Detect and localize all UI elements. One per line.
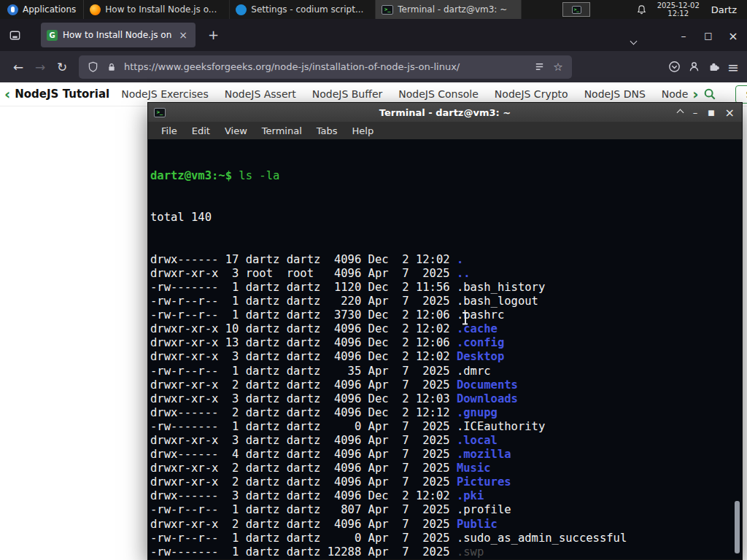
directory-name: Music	[457, 462, 491, 475]
terminal-listing-row: drwxr-xr-x 3 dartz dartz 4096 Dec 2 12:0…	[150, 350, 742, 364]
gfg-nav-link[interactable]: NodeJS Assert	[225, 88, 296, 100]
gfg-brand-link[interactable]: NodeJS Tutorial	[15, 88, 109, 101]
forward-button[interactable]: →	[29, 56, 51, 78]
new-tab-button[interactable]: +	[203, 28, 224, 42]
terminal-listing-row: -rw-r--r-- 1 dartz dartz 807 Apr 7 2025 …	[150, 503, 742, 517]
url-bar[interactable]: https://www.geeksforgeeks.org/node-js/in…	[79, 55, 572, 79]
directory-name: Documents	[457, 378, 518, 392]
terminal-icon: >_	[382, 5, 393, 15]
terminal-listing-row: drwxr-xr-x 2 dartz dartz 4096 Apr 7 2025…	[150, 518, 742, 532]
terminal-listing-row: -rw------- 1 dartz dartz 0 Apr 7 2025 .I…	[150, 420, 742, 434]
menu-help[interactable]: Help	[345, 124, 382, 138]
terminal-maximize-button[interactable]: ■	[708, 109, 714, 117]
gfg-nav-link[interactable]: Node	[662, 88, 689, 100]
directory-name: .local	[457, 434, 498, 447]
file-name: .profile	[457, 503, 511, 516]
browser-tab[interactable]: G How to Install Node.js on ×	[41, 23, 196, 47]
account-icon[interactable]	[687, 61, 700, 74]
firefox-view-icon[interactable]	[9, 29, 21, 42]
lock-icon[interactable]	[105, 61, 118, 74]
file-attributes: drwxr-xr-x 10 dartz dartz 4096 Dec 2 12:…	[150, 322, 457, 335]
browser-restore-button[interactable]: □	[697, 27, 719, 44]
terminal-close-button[interactable]: ×	[725, 106, 735, 120]
file-attributes: -rw------- 1 dartz dartz 0 Apr 7 2025	[150, 420, 457, 433]
sign-in-button[interactable]: Sign In	[735, 85, 747, 104]
notifications-bell-icon[interactable]	[636, 4, 647, 15]
taskbar-button-vscodium[interactable]: Settings - codium script...	[230, 0, 376, 19]
menu-terminal[interactable]: Terminal	[255, 124, 309, 138]
terminal-listing-row: drwx------ 2 dartz dartz 4096 Dec 2 12:1…	[150, 406, 742, 420]
file-attributes: drwx------ 17 dartz dartz 4096 Dec 2 12:…	[150, 253, 457, 266]
clock-date: 2025-12-02	[657, 1, 700, 9]
file-attributes: drwxr-xr-x 3 root root 4096 Apr 7 2025	[150, 267, 457, 280]
directory-name: Desktop	[457, 350, 504, 363]
file-attributes: drwxr-xr-x 3 dartz dartz 4096 Dec 2 12:0…	[150, 392, 457, 405]
terminal-minimize-button[interactable]: –	[693, 107, 698, 118]
file-attributes: drwxr-xr-x 2 dartz dartz 4096 Apr 7 2025	[150, 378, 457, 392]
taskbar-title: Terminal - dartz@vm3: ~	[398, 4, 507, 15]
reader-view-icon[interactable]	[533, 61, 546, 74]
terminal-scrollbar-thumb[interactable]	[735, 501, 740, 553]
directory-name: Public	[457, 518, 498, 531]
workspace-switcher[interactable]: >_	[562, 2, 590, 17]
directory-name: .	[457, 253, 463, 266]
terminal-listing-row: -rw------- 1 dartz dartz 12288 Apr 7 202…	[150, 545, 742, 559]
panel-clock[interactable]: 2025-12-02 12:12	[657, 1, 700, 18]
terminal-listing-row: drwxr-xr-x 3 dartz dartz 4096 Apr 7 2025…	[150, 434, 742, 448]
search-icon[interactable]	[703, 88, 716, 101]
taskbar-button-firefox[interactable]: How to Install Node.js o...	[84, 0, 230, 19]
terminal-total-line: total 140	[150, 211, 742, 225]
browser-toolbar: ← → ↻ https://www.geeksforgeeks.org/node…	[0, 51, 747, 82]
file-attributes: drwxr-xr-x 3 dartz dartz 4096 Apr 7 2025	[150, 434, 457, 447]
gfg-nav-link[interactable]: NodeJS Exercises	[121, 88, 209, 100]
file-attributes: -rw-r--r-- 1 dartz dartz 35 Apr 7 2025	[150, 365, 457, 378]
terminal-output[interactable]: dartz@vm3:~$ ls -la total 140 drwx------…	[148, 139, 742, 559]
nav-scroll-left-icon[interactable]: ‹	[0, 87, 15, 101]
terminal-shade-icon[interactable]	[678, 110, 683, 115]
tracking-shield-icon[interactable]	[86, 61, 99, 74]
gfg-nav-link[interactable]: NodeJS Crypto	[495, 88, 568, 100]
user-menu[interactable]: Dartz	[711, 4, 737, 15]
file-name: .dmrc	[457, 365, 491, 378]
pocket-icon[interactable]	[667, 61, 681, 74]
gfg-nav-link[interactable]: NodeJS DNS	[584, 88, 646, 100]
file-attributes: drwxr-xr-x 2 dartz dartz 4096 Apr 7 2025	[150, 462, 457, 475]
browser-minimize-button[interactable]: –	[673, 27, 694, 44]
file-name: .bash_history	[457, 281, 545, 294]
terminal-title-bar[interactable]: >_ Terminal - dartz@vm3: ~ – ■ ×	[148, 103, 742, 122]
applications-menu-button[interactable]: Applications	[0, 0, 83, 19]
file-attributes: -rw------- 1 dartz dartz 12288 Apr 7 202…	[150, 545, 457, 559]
taskbar-button-terminal[interactable]: >_ Terminal - dartz@vm3: ~	[376, 0, 522, 19]
directory-name: .gnupg	[457, 406, 498, 419]
gfg-nav-link[interactable]: NodeJS Console	[398, 88, 479, 100]
back-button[interactable]: ←	[7, 56, 29, 78]
directory-name: Downloads	[457, 392, 518, 405]
file-attributes: -rw-r--r-- 1 dartz dartz 3730 Dec 2 12:0…	[150, 308, 457, 322]
terminal-listing-row: drwxr-xr-x 3 root root 4096 Apr 7 2025 .…	[150, 267, 742, 281]
directory-name: .pki	[457, 489, 484, 502]
bookmark-star-icon[interactable]: ☆	[551, 61, 565, 74]
file-attributes: drwxr-xr-x 2 dartz dartz 4096 Apr 7 2025	[150, 518, 457, 531]
applications-icon	[7, 4, 18, 15]
terminal-window-title: Terminal - dartz@vm3: ~	[148, 107, 742, 118]
reload-button[interactable]: ↻	[51, 56, 73, 78]
menu-file[interactable]: File	[154, 124, 185, 138]
gfg-nav-link[interactable]: NodeJS Buffer	[312, 88, 383, 100]
tab-close-icon[interactable]: ×	[177, 28, 190, 42]
url-text: https://www.geeksforgeeks.org/node-js/in…	[124, 61, 527, 72]
menu-view[interactable]: View	[217, 124, 255, 138]
menu-tabs[interactable]: Tabs	[309, 124, 345, 138]
file-attributes: drwxr-xr-x 3 dartz dartz 4096 Dec 2 12:0…	[150, 350, 457, 363]
extensions-puzzle-icon[interactable]	[707, 61, 720, 74]
terminal-listing-row: drwxr-xr-x 2 dartz dartz 4096 Apr 7 2025…	[150, 378, 742, 392]
nav-scroll-right-icon[interactable]: ›	[688, 87, 703, 101]
terminal-listing-row: drwxr-xr-x 3 dartz dartz 4096 Dec 2 12:0…	[150, 392, 742, 406]
file-attributes: drwxr-xr-x 2 dartz dartz 4096 Apr 7 2025	[150, 475, 457, 489]
panel-tray: 2025-12-02 12:12 Dartz	[636, 0, 747, 19]
browser-close-button[interactable]: ×	[722, 27, 744, 44]
menu-edit[interactable]: Edit	[185, 124, 217, 138]
list-all-tabs-icon[interactable]	[631, 33, 636, 47]
terminal-listing-row: drwx------ 3 dartz dartz 4096 Dec 2 12:0…	[150, 489, 742, 503]
hamburger-menu-icon[interactable]: ≡	[727, 61, 740, 74]
terminal-listing-row: -rw-r--r-- 1 dartz dartz 220 Apr 7 2025 …	[150, 295, 742, 308]
